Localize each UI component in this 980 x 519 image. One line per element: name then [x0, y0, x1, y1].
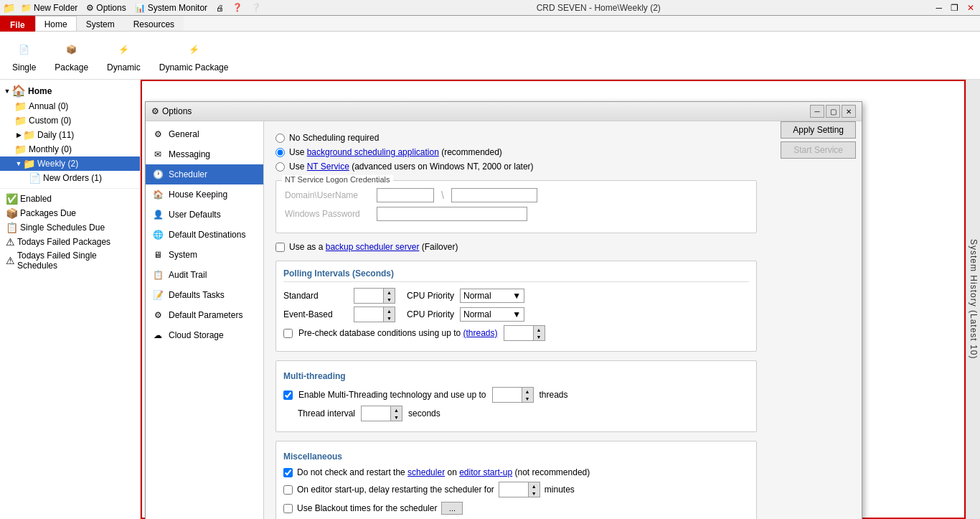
nav-default-parameters-label: Default Parameters [169, 310, 242, 320]
threads-value-input[interactable]: 8 [493, 388, 522, 401]
tab-system[interactable]: System [77, 16, 124, 31]
threads-up-button[interactable]: ▲ [522, 388, 533, 395]
taskbar-options[interactable]: ⚙ Options [83, 2, 128, 14]
nav-default-destinations[interactable]: 🌐 Default Destinations [146, 225, 263, 245]
background-scheduling-link[interactable]: background scheduling application [307, 147, 439, 157]
threads-link[interactable]: (threads) [463, 328, 497, 338]
interval-up-button[interactable]: ▲ [390, 406, 402, 413]
mt-enable-checkbox[interactable] [283, 391, 293, 400]
dialog-close-button[interactable]: ✕ [842, 105, 856, 118]
dialog-minimize-button[interactable]: ─ [810, 105, 824, 118]
main-panel: ⚙ Options ─ ▢ ✕ [141, 80, 980, 519]
taskbar-help1[interactable]: ❓ [230, 2, 245, 13]
side-panel[interactable]: System History (Latest 10) [966, 80, 980, 519]
no-scheduling-radio[interactable] [275, 134, 285, 143]
dialog-maximize-button[interactable]: ▢ [826, 105, 840, 118]
domain-part2-input[interactable] [451, 188, 537, 202]
standard-down-button[interactable]: ▼ [383, 296, 395, 303]
tab-home[interactable]: Home [35, 16, 77, 31]
window-minimize[interactable]: ─ [933, 3, 945, 13]
backup-scheduler-checkbox[interactable] [275, 243, 285, 252]
tree-new-orders[interactable]: 📄 New Orders (1) [0, 171, 140, 185]
expand-daily[interactable]: ▶ [14, 131, 23, 139]
misc-checkbox-2[interactable] [283, 504, 293, 513]
misc-checkbox-0[interactable] [283, 468, 293, 477]
editor-startup-link[interactable]: editor start-up [459, 467, 512, 477]
nav-audit-trail[interactable]: 📋 Audit Trail [146, 265, 263, 285]
tree-custom[interactable]: 📁 Custom (0) [0, 113, 140, 128]
section-failed-packages[interactable]: ⚠ Todays Failed Packages [0, 235, 140, 249]
threads-down-button[interactable]: ▼ [522, 395, 533, 402]
backup-scheduler-link[interactable]: backup scheduler server [326, 242, 420, 252]
dynamic-package-button[interactable]: ⚡ Dynamic Package [153, 34, 235, 76]
standard-value-input[interactable]: 30 [354, 289, 383, 302]
scheduler-restart-link[interactable]: scheduler [407, 467, 445, 477]
enabled-icon: ✅ [6, 193, 18, 205]
tree-weekly[interactable]: ▼ 📁 Weekly (2) [0, 156, 140, 171]
nav-default-parameters[interactable]: ⚙ Default Parameters [146, 305, 263, 325]
nt-service-radio[interactable] [275, 162, 285, 172]
nt-service-link[interactable]: NT Service [307, 162, 349, 172]
password-input[interactable] [377, 207, 527, 221]
taskbar-print[interactable]: 🖨 [213, 3, 227, 13]
dialog-title-bar: ⚙ Options ─ ▢ ✕ [146, 102, 862, 121]
tree-daily[interactable]: ▶ 📁 Daily (11) [0, 128, 140, 142]
tree-annual[interactable]: 📁 Annual (0) [0, 99, 140, 113]
radio-nt-service[interactable]: Use NT Service (advanced users on Window… [275, 162, 757, 172]
section-enabled[interactable]: ✅ Enabled [0, 192, 140, 206]
delay-up-button[interactable]: ▲ [528, 482, 540, 490]
delay-down-button[interactable]: ▼ [528, 490, 540, 497]
precheck-checkbox[interactable] [283, 329, 293, 338]
section-packages-due[interactable]: 📦 Packages Due [0, 206, 140, 220]
window-close[interactable]: ✕ [964, 3, 977, 13]
nav-scheduler[interactable]: 🕐 Scheduler [146, 164, 263, 184]
blackout-times-button[interactable]: ... [441, 502, 463, 515]
expand-home[interactable]: ▼ [3, 87, 11, 95]
section-single-schedules[interactable]: 📋 Single Schedules Due [0, 220, 140, 235]
precheck-up-button[interactable]: ▲ [533, 326, 545, 333]
domain-input[interactable] [377, 188, 434, 202]
window-restore[interactable]: ❐ [948, 3, 961, 13]
section-failed-singles[interactable]: ⚠ Todays Failed Single Schedules [0, 249, 140, 272]
toolbar: 📄 Single 📦 Package ⚡ Dynamic ⚡ Dynamic P… [0, 32, 980, 80]
cpu-priority-select-2[interactable]: Normal ▼ [460, 307, 524, 322]
event-up-button[interactable]: ▲ [383, 307, 395, 314]
single-button[interactable]: 📄 Single [6, 34, 42, 76]
apply-setting-button[interactable]: Apply Setting [781, 121, 856, 139]
start-service-button[interactable]: Start Service [781, 141, 856, 159]
standard-up-button[interactable]: ▲ [383, 289, 395, 296]
cpu-priority-select-1[interactable]: Normal ▼ [460, 289, 524, 303]
nav-user-defaults[interactable]: 👤 User Defaults [146, 205, 263, 225]
expand-weekly[interactable]: ▼ [14, 159, 23, 168]
tree-new-orders-label: New Orders (1) [43, 173, 102, 183]
custom-icon: 📁 [14, 115, 27, 126]
radio-no-scheduling[interactable]: No Scheduling required [275, 133, 757, 143]
action-buttons: Apply Setting Start Service [781, 121, 856, 159]
interval-down-button[interactable]: ▼ [390, 413, 402, 421]
interval-value-input[interactable]: 15 [362, 407, 390, 420]
delay-value-input[interactable]: 0 [499, 483, 528, 496]
event-down-button[interactable]: ▼ [383, 314, 395, 322]
tree-home[interactable]: ▼ 🏠 Home [0, 83, 140, 99]
package-button[interactable]: 📦 Package [48, 34, 95, 76]
nav-system[interactable]: 🖥 System [146, 245, 263, 265]
event-value-input[interactable]: 30 [354, 308, 383, 321]
precheck-down-button[interactable]: ▼ [533, 333, 545, 340]
tab-resources[interactable]: Resources [124, 16, 184, 31]
dynamic-button[interactable]: ⚡ Dynamic [100, 34, 147, 76]
nav-defaults-tasks[interactable]: 📝 Defaults Tasks [146, 285, 263, 305]
taskbar-help2[interactable]: ❔ [248, 2, 264, 13]
tree-monthly[interactable]: 📁 Monthly (0) [0, 142, 140, 156]
misc-checkbox-1[interactable] [283, 485, 293, 495]
background-scheduling-radio[interactable] [275, 148, 285, 157]
nav-messaging[interactable]: ✉ Messaging [146, 144, 263, 164]
radio-background[interactable]: Use background scheduling application (r… [275, 147, 757, 157]
taskbar-system-monitor[interactable]: 📊 System Monitor [132, 2, 210, 14]
nav-housekeeping[interactable]: 🏠 House Keeping [146, 184, 263, 205]
password-row: Windows Password [285, 207, 748, 221]
nav-general[interactable]: ⚙ General [146, 124, 263, 144]
nav-cloud-storage[interactable]: ☁ Cloud Storage [146, 325, 263, 345]
taskbar-new-folder[interactable]: 📁 New Folder [18, 2, 80, 14]
precheck-value-input[interactable]: 5 [504, 327, 533, 340]
nav-default-destinations-label: Default Destinations [169, 230, 245, 240]
